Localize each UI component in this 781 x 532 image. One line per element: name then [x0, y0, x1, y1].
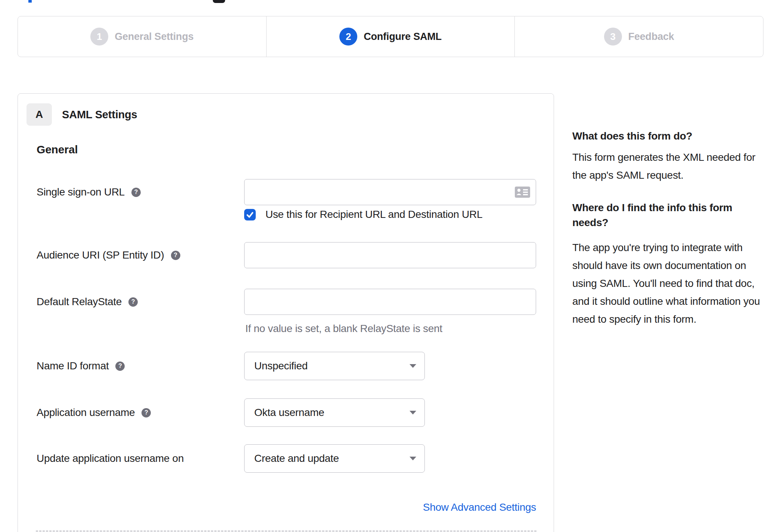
contact-card-icon	[515, 187, 530, 198]
sso-url-label: Single sign-on URL	[37, 186, 125, 198]
sso-url-help-icon[interactable]: ?	[131, 188, 141, 197]
app-username-select[interactable]: Okta username	[244, 398, 425, 427]
relaystate-label-row: Default RelayState ?	[37, 289, 138, 315]
update-username-label: Update application username on	[37, 453, 184, 464]
audience-uri-label: Audience URI (SP Entity ID)	[37, 249, 164, 261]
recipient-url-checkbox[interactable]	[244, 209, 256, 220]
step-2-label: Configure SAML	[364, 31, 442, 43]
sso-url-input-wrap	[244, 179, 536, 205]
chevron-down-icon	[410, 457, 416, 460]
section-dashed-divider	[36, 531, 536, 532]
help-heading-1: What does this form do?	[572, 129, 766, 144]
step-3-circle: 3	[604, 28, 622, 46]
section-a-badge: A	[27, 103, 52, 126]
help-panel: What does this form do? This form genera…	[572, 129, 766, 328]
update-username-select[interactable]: Create and update	[244, 444, 425, 473]
nameid-format-value: Unspecified	[254, 360, 308, 372]
nameid-format-label: Name ID format	[37, 360, 109, 372]
step-general-settings[interactable]: 1 General Settings	[18, 16, 266, 57]
help-paragraph-1: This form generates the XML needed for t…	[572, 148, 766, 184]
step-1-circle: 1	[90, 28, 108, 46]
cropped-header-fragment-blue	[28, 0, 32, 3]
step-1-label: General Settings	[115, 31, 193, 43]
relaystate-input[interactable]	[244, 289, 536, 315]
step-3-label: Feedback	[628, 31, 674, 43]
section-title: SAML Settings	[62, 103, 137, 126]
nameid-format-label-row: Name ID format ?	[37, 352, 125, 380]
nameid-format-help-icon[interactable]: ?	[115, 362, 125, 371]
wizard-stepper: 1 General Settings 2 Configure SAML 3 Fe…	[18, 16, 763, 57]
relaystate-hint: If no value is set, a blank RelayState i…	[245, 323, 442, 335]
chevron-down-icon	[410, 411, 416, 414]
recipient-url-checkbox-label: Use this for Recipient URL and Destinati…	[265, 209, 482, 220]
audience-uri-help-icon[interactable]: ?	[171, 251, 180, 260]
help-paragraph-2: The app you're trying to integrate with …	[572, 239, 766, 328]
app-username-value: Okta username	[254, 407, 324, 419]
relaystate-help-icon[interactable]: ?	[128, 297, 138, 307]
audience-uri-input[interactable]	[244, 242, 536, 268]
step-2-circle: 2	[339, 28, 357, 46]
configure-saml-page: 1 General Settings 2 Configure SAML 3 Fe…	[0, 0, 781, 532]
checkmark-icon	[246, 211, 254, 219]
sso-url-label-row: Single sign-on URL ?	[37, 179, 141, 205]
cropped-app-logo-fragment	[213, 0, 225, 3]
relaystate-label: Default RelayState	[37, 296, 122, 308]
app-username-label-row: Application username ?	[37, 398, 151, 427]
sso-url-input[interactable]	[244, 179, 536, 205]
advanced-link-row: Show Advanced Settings	[244, 501, 536, 513]
recipient-url-checkbox-row: Use this for Recipient URL and Destinati…	[244, 209, 482, 220]
saml-settings-panel: A SAML Settings General Single sign-on U…	[18, 93, 554, 532]
nameid-format-select[interactable]: Unspecified	[244, 352, 425, 380]
show-advanced-settings-link[interactable]: Show Advanced Settings	[423, 501, 536, 513]
chevron-down-icon	[410, 364, 416, 368]
app-username-label: Application username	[37, 407, 135, 419]
general-group-heading: General	[37, 143, 78, 156]
update-username-value: Create and update	[254, 453, 339, 464]
update-username-label-row: Update application username on	[37, 444, 184, 473]
help-heading-2: Where do I find the info this form needs…	[572, 200, 766, 230]
audience-uri-label-row: Audience URI (SP Entity ID) ?	[37, 242, 180, 268]
step-feedback[interactable]: 3 Feedback	[514, 16, 763, 57]
step-configure-saml[interactable]: 2 Configure SAML	[266, 16, 515, 57]
app-username-help-icon[interactable]: ?	[141, 408, 151, 417]
